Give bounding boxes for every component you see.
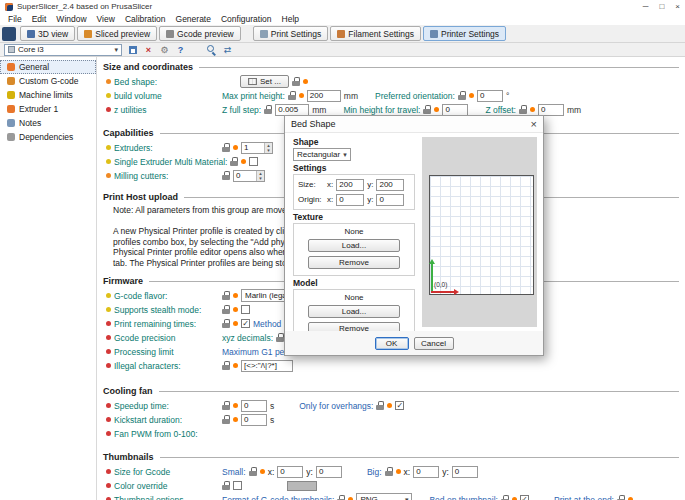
lock-icon[interactable]	[376, 401, 384, 410]
tab-printer-settings[interactable]: Printer Settings	[423, 26, 506, 41]
modified-dot-icon[interactable]	[396, 469, 401, 474]
modified-dot-icon[interactable]	[233, 307, 238, 312]
lock-icon[interactable]	[288, 91, 296, 100]
modified-dot-icon[interactable]	[241, 159, 246, 164]
modified-dot-icon[interactable]	[233, 145, 238, 150]
lock-icon[interactable]	[222, 171, 230, 180]
modified-dot-icon[interactable]	[299, 93, 304, 98]
modified-dot-icon[interactable]	[233, 293, 238, 298]
lock-icon[interactable]	[423, 105, 431, 114]
lock-icon[interactable]	[222, 319, 230, 328]
menu-edit[interactable]: Edit	[27, 14, 52, 24]
modified-dot-icon[interactable]	[469, 93, 474, 98]
z-full-step-field[interactable]: 0.005	[275, 104, 309, 116]
tab-sliced-preview[interactable]: Sliced preview	[77, 26, 157, 41]
modified-dot-icon[interactable]	[303, 79, 308, 84]
stepper-arrows[interactable]: ▴ ▾	[264, 143, 272, 153]
modified-dot-icon[interactable]	[387, 403, 392, 408]
sidebar-item-machine-limits[interactable]: Machine limits	[0, 88, 96, 102]
lock-icon[interactable]	[222, 361, 230, 370]
lock-icon[interactable]	[222, 291, 230, 300]
stepper-arrows[interactable]: ▴ ▾	[256, 171, 264, 181]
dialog-titlebar[interactable]: Bed Shape ×	[285, 116, 543, 133]
menu-generate[interactable]: Generate	[171, 14, 216, 24]
lock-icon[interactable]	[458, 91, 466, 100]
tab-print-settings[interactable]: Print Settings	[253, 26, 329, 41]
tab-3d-view[interactable]: 3D view	[20, 26, 75, 41]
printer-preset-select[interactable]: Core i3 ▾	[4, 44, 122, 56]
lock-icon[interactable]	[617, 495, 625, 500]
sidebar-item-extruder-1[interactable]: Extruder 1	[0, 102, 96, 116]
lock-icon[interactable]	[264, 105, 272, 114]
lock-icon[interactable]	[222, 143, 230, 152]
menu-file[interactable]: File	[3, 14, 27, 24]
max-print-height-field[interactable]: 200	[307, 90, 341, 102]
sidebar-item-custom-gcode[interactable]: Custom G-code	[0, 74, 96, 88]
remaining-times-checkbox[interactable]: ✓	[241, 319, 250, 328]
menu-calibration[interactable]: Calibration	[120, 14, 171, 24]
minimize-icon[interactable]: ─	[643, 2, 649, 12]
z-offset-field[interactable]: 0	[538, 104, 564, 116]
thumbnail-format-select[interactable]: PNG ▾	[356, 493, 412, 500]
collapse-sidebar-icon[interactable]	[2, 27, 16, 41]
close-icon[interactable]: ×	[675, 2, 680, 12]
modified-dot-icon[interactable]	[233, 417, 238, 422]
texture-load-button[interactable]: Load...	[308, 239, 400, 252]
shape-select[interactable]: Rectangular ▾	[293, 148, 351, 161]
sidebar-item-notes[interactable]: Notes	[0, 116, 96, 130]
save-preset-icon[interactable]	[127, 44, 138, 55]
delete-preset-icon[interactable]: ×	[143, 44, 154, 55]
lock-icon[interactable]	[222, 481, 230, 490]
lock-icon[interactable]	[385, 467, 393, 476]
illegal-characters-field[interactable]: [<>:"/\|?*]	[241, 360, 293, 372]
gear-icon[interactable]: ⚙	[159, 44, 170, 55]
sidebar-item-general[interactable]: General	[0, 60, 96, 74]
lock-icon[interactable]	[230, 157, 238, 166]
bed-shape-set-button[interactable]: Set ...	[240, 75, 289, 88]
color-swatch[interactable]	[287, 481, 317, 491]
menu-view[interactable]: View	[92, 14, 120, 24]
kickstart-field[interactable]: 0	[241, 414, 267, 426]
help-icon[interactable]: ?	[175, 44, 186, 55]
min-height-travel-field[interactable]: 0	[442, 104, 468, 116]
modified-dot-icon[interactable]	[530, 107, 535, 112]
maximize-icon[interactable]: □	[659, 2, 664, 12]
tab-filament-settings[interactable]: Filament Settings	[330, 26, 421, 41]
modified-dot-icon[interactable]	[233, 363, 238, 368]
model-load-button[interactable]: Load...	[308, 305, 400, 318]
origin-y-field[interactable]: 0	[376, 194, 404, 206]
lock-icon[interactable]	[276, 333, 284, 342]
only-for-overhangs-checkbox[interactable]: ✓	[395, 401, 404, 410]
lock-icon[interactable]	[249, 467, 257, 476]
lock-icon[interactable]	[337, 495, 345, 500]
preferred-orientation-field[interactable]: 0	[477, 90, 503, 102]
size-y-field[interactable]: 200	[376, 179, 404, 191]
bed-on-thumbnail-checkbox[interactable]: ✓	[520, 495, 529, 500]
texture-remove-button[interactable]: Remove	[308, 256, 400, 269]
compare-arrows-icon[interactable]: ⇄	[222, 44, 233, 55]
stealth-mode-checkbox[interactable]	[241, 305, 250, 314]
cancel-button[interactable]: Cancel	[414, 337, 454, 350]
color-override-checkbox[interactable]	[233, 481, 242, 490]
lock-icon[interactable]	[222, 305, 230, 314]
modified-dot-icon[interactable]	[434, 107, 439, 112]
big-y-field[interactable]: 0	[452, 466, 478, 478]
menu-window[interactable]: Window	[51, 14, 91, 24]
modified-dot-icon[interactable]	[233, 321, 238, 326]
semm-checkbox[interactable]	[249, 157, 258, 166]
modified-dot-icon[interactable]	[260, 469, 265, 474]
lock-icon[interactable]	[222, 401, 230, 410]
lock-icon[interactable]	[501, 495, 509, 500]
small-y-field[interactable]: 0	[316, 466, 342, 478]
sidebar-item-dependencies[interactable]: Dependencies	[0, 130, 96, 144]
lock-icon[interactable]	[519, 105, 527, 114]
lock-icon[interactable]	[222, 415, 230, 424]
menu-help[interactable]: Help	[277, 14, 304, 24]
big-x-field[interactable]: 0	[413, 466, 439, 478]
search-icon[interactable]	[206, 44, 217, 55]
speedup-time-field[interactable]: 0	[241, 400, 267, 412]
menu-configuration[interactable]: Configuration	[216, 14, 277, 24]
tab-gcode-preview[interactable]: Gcode preview	[159, 26, 241, 41]
small-x-field[interactable]: 0	[277, 466, 303, 478]
milling-cutters-stepper[interactable]: 0 ▴ ▾	[233, 170, 265, 182]
